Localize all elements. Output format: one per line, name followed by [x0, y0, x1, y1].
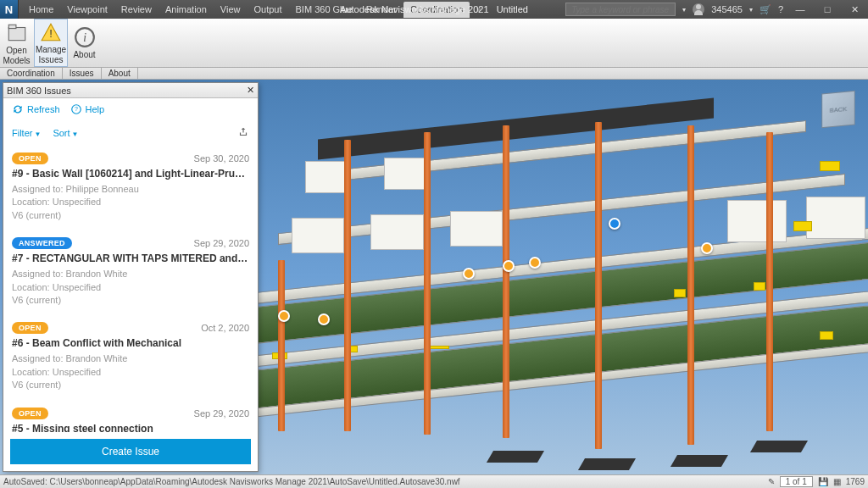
help-circle-icon: ?	[70, 103, 82, 115]
user-dropdown-icon[interactable]: ▾	[749, 6, 753, 14]
refresh-icon	[12, 103, 24, 115]
svg-text:?: ?	[75, 106, 78, 112]
autosave-text: AutoSaved: C:\Users\bonneap\AppData\Roam…	[3, 477, 460, 486]
issue-date: Sep 29, 2020	[194, 238, 249, 248]
grid-icon[interactable]: ▦	[833, 477, 841, 486]
app-icon[interactable]: N	[0, 0, 19, 19]
issue-title: #9 - Basic Wall [1060214] and Light-Line…	[12, 168, 249, 180]
title-right: ▾ 345465 ▾ 🛒 ? — □ ✕	[565, 3, 865, 16]
search-dropdown-icon[interactable]: ▾	[682, 6, 686, 14]
issue-version: V6 (current)	[12, 209, 249, 222]
search-input[interactable]	[565, 3, 676, 16]
issue-date: Oct 2, 2020	[201, 323, 249, 333]
issue-assigned: Assigned to: Brandon White	[12, 352, 249, 365]
svg-rect-1	[8, 25, 16, 28]
help-label: Help	[86, 104, 105, 114]
refresh-button[interactable]: Refresh	[12, 103, 60, 115]
refresh-label: Refresh	[27, 104, 60, 114]
help-icon[interactable]: ?	[778, 4, 783, 14]
issue-location: Location: Unspecified	[12, 196, 249, 208]
svg-text:!: !	[49, 27, 53, 40]
menu-output[interactable]: Output	[248, 2, 289, 18]
ribbon-group-coordination: Coordination	[0, 68, 63, 79]
close-button[interactable]: ✕	[844, 4, 865, 15]
open-models-icon	[5, 21, 29, 45]
issue-title: #6 - Beam Conflict with Mechanical	[12, 337, 249, 349]
user-avatar-icon[interactable]	[693, 3, 704, 15]
pencil-icon[interactable]: ✎	[768, 477, 775, 486]
ribbon-label: Open	[6, 47, 26, 55]
ribbon-group-issues: Issues	[63, 68, 102, 79]
manage-issues-button[interactable]: ! Manage Issues	[34, 19, 68, 67]
status-bar: AutoSaved: C:\Users\bonneap\AppData\Roam…	[0, 474, 868, 488]
panel-titlebar[interactable]: BIM 360 Issues ✕	[3, 83, 258, 98]
ribbon: Open Models ! Manage Issues i About	[0, 19, 868, 68]
user-id[interactable]: 345465	[711, 4, 743, 14]
issues-panel: BIM 360 Issues ✕ Refresh ? Help Filter▼ …	[3, 82, 259, 472]
help-button[interactable]: ? Help	[70, 103, 105, 115]
issue-item[interactable]: OPENSep 30, 2020 #9 - Basic Wall [106021…	[3, 146, 258, 230]
about-icon: i	[73, 25, 97, 49]
chevron-down-icon: ▼	[34, 130, 41, 138]
ribbon-group-about: About	[102, 68, 138, 79]
filter-label: Filter	[12, 128, 32, 138]
issue-item[interactable]: OPENOct 2, 2020 #6 - Beam Conflict with …	[3, 315, 258, 400]
issue-location: Location: Unspecified	[12, 366, 249, 379]
issue-item[interactable]: ANSWEREDSep 29, 2020 #7 - RECTANGULAR WI…	[3, 230, 258, 315]
title-bar: N Home Viewpoint Review Animation View O…	[0, 0, 868, 19]
issue-marker-icon[interactable]	[609, 218, 620, 230]
menu-view[interactable]: View	[214, 2, 248, 18]
disk-icon[interactable]: 💾	[818, 477, 828, 486]
sort-label: Sort	[53, 128, 70, 138]
create-issue-button[interactable]: Create Issue	[10, 439, 251, 464]
memory-indicator: 1769	[846, 477, 865, 486]
maximize-button[interactable]: □	[817, 4, 837, 14]
svg-rect-0	[8, 27, 25, 40]
status-badge: OPEN	[12, 408, 48, 419]
issue-marker-icon[interactable]	[701, 242, 713, 254]
menu-viewpoint[interactable]: Viewpoint	[60, 2, 114, 18]
panel-filters: Filter▼ Sort▼	[3, 120, 258, 145]
model-geometry	[225, 111, 868, 466]
open-models-button[interactable]: Open Models	[0, 19, 34, 67]
window-title: Autodesk Navisworks Manage 2021 Untitled	[340, 4, 528, 14]
ribbon-label: Manage	[36, 46, 66, 54]
issue-version: V6 (current)	[12, 294, 249, 307]
menu-home[interactable]: Home	[22, 2, 60, 18]
document-name: Untitled	[497, 4, 528, 14]
panel-toolbar: Refresh ? Help	[3, 98, 258, 120]
minimize-button[interactable]: —	[790, 4, 810, 14]
viewcube[interactable]: BACK	[821, 91, 854, 128]
status-badge: OPEN	[12, 152, 48, 164]
issue-title: #5 - Missing steel connection	[12, 423, 249, 432]
about-button[interactable]: i About	[68, 19, 102, 67]
page-indicator[interactable]: 1 of 1	[780, 476, 813, 487]
sort-button[interactable]: Sort▼	[53, 128, 78, 138]
status-badge: ANSWERED	[12, 237, 72, 249]
ribbon-label: Models	[3, 57, 30, 65]
app-name: Autodesk Navisworks Manage 2021	[340, 4, 488, 14]
issue-date: Sep 30, 2020	[194, 153, 249, 164]
panel-close-icon[interactable]: ✕	[247, 85, 254, 96]
chevron-down-icon: ▼	[72, 130, 79, 138]
status-badge: OPEN	[12, 322, 48, 334]
menu-animation[interactable]: Animation	[159, 2, 214, 18]
ribbon-label: About	[73, 51, 95, 59]
issues-list[interactable]: OPENSep 30, 2020 #9 - Basic Wall [106021…	[3, 145, 258, 432]
workspace: BACK BIM 360 Issues ✕ Refresh ? Help Fil…	[0, 80, 868, 474]
cart-icon[interactable]: 🛒	[760, 4, 771, 15]
ribbon-label: Issues	[39, 56, 64, 64]
panel-title-text: BIM 360 Issues	[7, 86, 71, 96]
issue-title: #7 - RECTANGULAR WITH TAPS MITERED and 4…	[12, 252, 249, 264]
issue-item[interactable]: OPENSep 29, 2020 #5 - Missing steel conn…	[3, 401, 258, 432]
ribbon-groups: Coordination Issues About	[0, 68, 868, 80]
issue-assigned: Assigned to: Philippe Bonneau	[12, 183, 249, 196]
export-icon[interactable]	[237, 126, 249, 140]
issue-assigned: Assigned to: Brandon White	[12, 268, 249, 280]
issue-location: Location: Unspecified	[12, 281, 249, 294]
menu-review[interactable]: Review	[114, 2, 159, 18]
svg-text:i: i	[82, 30, 86, 44]
manage-issues-icon: !	[39, 21, 63, 44]
filter-button[interactable]: Filter▼	[12, 128, 41, 138]
issue-version: V6 (current)	[12, 379, 249, 391]
